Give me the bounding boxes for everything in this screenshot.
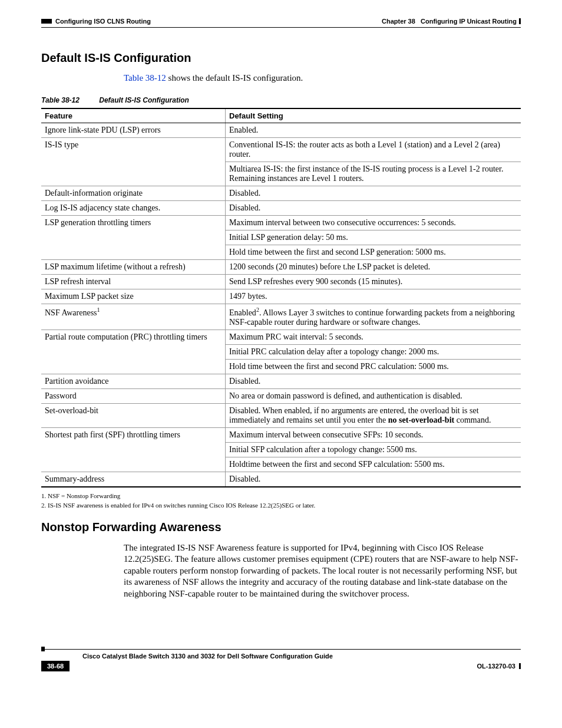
cell-default: Hold time between the first and second P… <box>226 359 521 374</box>
footnote-1: 1. NSF = Nonstop Forwarding <box>41 492 521 499</box>
cell-feature: Password <box>41 388 226 403</box>
page-footer: Cisco Catalyst Blade Switch 3130 and 303… <box>41 647 521 671</box>
table-row: Default-information originate Disabled. <box>41 186 521 201</box>
cell-default: Holdtime between the first and second SF… <box>226 457 521 472</box>
table-row: Maximum LSP packet size 1497 bytes. <box>41 289 521 304</box>
page-header: Configuring ISO CLNS Routing Chapter 38 … <box>41 18 521 25</box>
table-row: Summary-address Disabled. <box>41 472 521 487</box>
cell-default: Initial PRC calculation delay after a to… <box>226 344 521 359</box>
footnotes: 1. NSF = Nonstop Forwarding 2. IS-IS NSF… <box>41 492 521 509</box>
table-row: Shortest path first (SPF) throttling tim… <box>41 427 521 442</box>
cell-default: Hold time between the first and second L… <box>226 245 521 260</box>
page-number-badge: 38-68 <box>41 661 70 671</box>
cell-feature: LSP generation throttling timers <box>41 216 226 260</box>
cell-default: Enabled. <box>226 123 521 138</box>
table-row: LSP generation throttling timers Maximum… <box>41 216 521 230</box>
table-row: Log IS-IS adjacency state changes. Disab… <box>41 201 521 216</box>
cell-feature: LSP maximum lifetime (without a refresh) <box>41 260 226 275</box>
table-row: Set-overload-bit Disabled. When enabled,… <box>41 403 521 427</box>
table-row: Ignore link-state PDU (LSP) errors Enabl… <box>41 123 521 138</box>
footnote-2: 2. IS-IS NSF awareness is enabled for IP… <box>41 502 521 509</box>
cell-default: Multiarea IS-IS: the first instance of t… <box>226 162 521 186</box>
cell-default: No area or domain password is defined, a… <box>226 388 521 403</box>
cell-default: Disabled. <box>226 201 521 216</box>
intro-paragraph: Table 38-12 shows the default IS-IS conf… <box>124 73 521 83</box>
table-row: NSF Awareness1 Enabled2. Allows Layer 3 … <box>41 304 521 330</box>
heading-default-isis: Default IS-IS Configuration <box>41 51 521 65</box>
cell-feature: Default-information originate <box>41 186 226 201</box>
cell-default: Send LSP refreshes every 900 seconds (15… <box>226 275 521 289</box>
table-row: LSP refresh interval Send LSP refreshes … <box>41 275 521 289</box>
table-row: Password No area or domain password is d… <box>41 388 521 403</box>
cell-default: Maximum interval between consecutive SFP… <box>226 427 521 442</box>
cell-default: Initial LSP generation delay: 50 ms. <box>226 230 521 245</box>
table-title: Default IS-IS Configuration <box>99 96 189 104</box>
config-table: Feature Default Setting Ignore link-stat… <box>41 108 521 487</box>
header-rule <box>41 27 521 28</box>
table-row: Partition avoidance Disabled. <box>41 374 521 388</box>
cell-default: Disabled. When enabled, if no arguments … <box>226 403 521 427</box>
table-caption: Table 38-12 Default IS-IS Configuration <box>41 96 521 104</box>
table-reference-link[interactable]: Table 38-12 <box>124 73 166 83</box>
cell-feature: NSF Awareness1 <box>41 304 226 330</box>
cell-default: Conventional IS-IS: the router acts as b… <box>226 138 521 162</box>
col-header-default: Default Setting <box>226 108 521 123</box>
nsf-paragraph: The integrated IS-IS NSF Awareness featu… <box>124 542 521 600</box>
footer-end-bar <box>519 663 521 669</box>
cell-feature: Shortest path first (SPF) throttling tim… <box>41 427 226 472</box>
cell-default: Maximum interval between two consecutive… <box>226 216 521 230</box>
cell-feature: IS-IS type <box>41 138 226 186</box>
cell-default: 1200 seconds (20 minutes) before t.he LS… <box>226 260 521 275</box>
table-row: LSP maximum lifetime (without a refresh)… <box>41 260 521 275</box>
doc-id: OL-13270-03 <box>477 663 515 670</box>
table-row: IS-IS type Conventional IS-IS: the route… <box>41 138 521 162</box>
cell-default: 1497 bytes. <box>226 289 521 304</box>
cell-feature: Log IS-IS adjacency state changes. <box>41 201 226 216</box>
cell-default: Disabled. <box>226 186 521 201</box>
footer-guide-title: Cisco Catalyst Blade Switch 3130 and 303… <box>82 653 521 660</box>
table-number: Table 38-12 <box>41 96 80 104</box>
header-chapter-title: Configuring IP Unicast Routing <box>421 18 517 25</box>
header-section: Configuring ISO CLNS Routing <box>55 18 151 25</box>
header-marker <box>41 19 52 24</box>
cell-default: Initial SFP calculation after a topology… <box>226 442 521 457</box>
cell-default: Maximum PRC wait interval: 5 seconds. <box>226 330 521 344</box>
cell-default: Disabled. <box>226 374 521 388</box>
table-row: Partial route computation (PRC) throttli… <box>41 330 521 344</box>
intro-text: shows the default IS-IS configuration. <box>166 73 303 83</box>
cell-feature: Maximum LSP packet size <box>41 289 226 304</box>
cell-feature: Partition avoidance <box>41 374 226 388</box>
cell-feature: LSP refresh interval <box>41 275 226 289</box>
cell-feature: Set-overload-bit <box>41 403 226 427</box>
heading-nsf-awareness: Nonstop Forwarding Awareness <box>41 521 521 534</box>
cell-feature: Partial route computation (PRC) throttli… <box>41 330 226 374</box>
cell-feature: Summary-address <box>41 472 226 487</box>
cell-feature: Ignore link-state PDU (LSP) errors <box>41 123 226 138</box>
header-chapter: Chapter 38 <box>382 18 415 25</box>
cell-default: Disabled. <box>226 472 521 487</box>
col-header-feature: Feature <box>41 108 226 123</box>
header-end-bar <box>519 18 521 24</box>
cell-default: Enabled2. Allows Layer 3 switches to con… <box>226 304 521 330</box>
